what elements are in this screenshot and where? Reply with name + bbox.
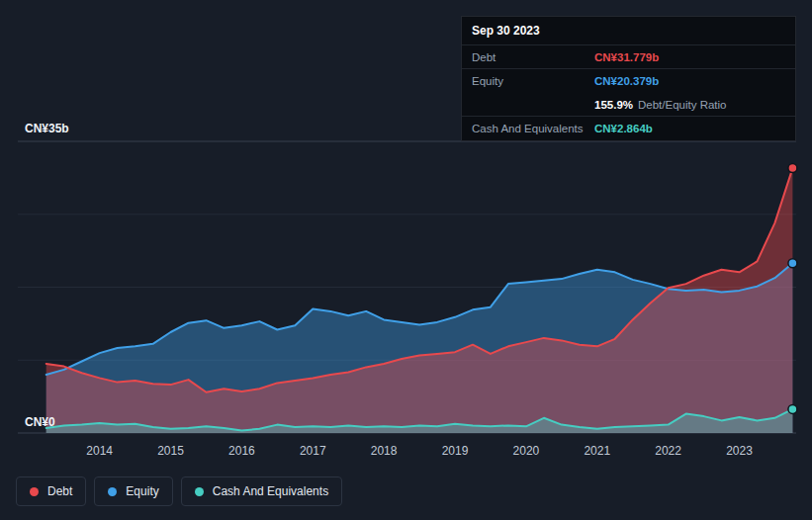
tooltip-ratio: 155.9%Debt/Equity Ratio: [594, 98, 785, 112]
chart-tooltip: Sep 30 2023 Debt CN¥31.779b Equity CN¥20…: [461, 16, 796, 141]
y-axis-label-max: CN¥35b: [25, 122, 69, 135]
legend-cash-label: Cash And Equivalents: [213, 484, 328, 498]
x-axis-labels: 2014201520162017201820192020202120222023: [0, 444, 812, 460]
legend-item-cash[interactable]: Cash And Equivalents: [181, 477, 342, 506]
legend: Debt Equity Cash And Equivalents: [16, 477, 342, 506]
tooltip-cash-value: CN¥2.864b: [594, 122, 785, 135]
x-axis-year-label: 2022: [655, 444, 681, 458]
tooltip-equity-row: Equity CN¥20.379b: [462, 69, 795, 92]
x-axis-year-label: 2018: [371, 444, 398, 458]
tooltip-debt-row: Debt CN¥31.779b: [462, 45, 795, 69]
tooltip-equity-label: Equity: [472, 74, 594, 88]
x-axis-year-label: 2023: [726, 444, 753, 458]
tooltip-cash-row: Cash And Equivalents CN¥2.864b: [462, 117, 795, 139]
x-axis-year-label: 2014: [86, 444, 113, 458]
x-axis-year-label: 2019: [442, 444, 469, 458]
area-debt: [46, 168, 793, 433]
cash-dot-icon: [195, 487, 204, 496]
endpoint-marker-debt[interactable]: [788, 164, 797, 173]
tooltip-date: Sep 30 2023: [462, 17, 795, 45]
tooltip-cash-label: Cash And Equivalents: [472, 122, 594, 135]
x-axis-year-label: 2016: [228, 444, 255, 458]
x-axis-year-label: 2020: [513, 444, 540, 458]
y-axis-label-zero: CN¥0: [25, 415, 55, 429]
legend-equity-label: Equity: [126, 484, 158, 498]
tooltip-debt-value: CN¥31.779b: [594, 50, 785, 64]
tooltip-debt-label: Debt: [472, 50, 594, 64]
legend-item-equity[interactable]: Equity: [94, 477, 172, 506]
debt-dot-icon: [30, 487, 39, 496]
tooltip-ratio-row: 155.9%Debt/Equity Ratio: [462, 93, 795, 117]
endpoint-marker-equity[interactable]: [788, 259, 797, 268]
legend-debt-label: Debt: [47, 484, 72, 498]
legend-item-debt[interactable]: Debt: [16, 477, 86, 506]
tooltip-ratio-label: Debt/Equity Ratio: [638, 99, 727, 111]
tooltip-ratio-value: 155.9%: [594, 99, 633, 111]
x-axis-year-label: 2017: [300, 444, 326, 458]
equity-dot-icon: [108, 487, 117, 496]
debt-equity-history-chart: CN¥35b CN¥0 2014201520162017201820192020…: [0, 0, 812, 520]
x-axis-year-label: 2021: [584, 444, 610, 458]
tooltip-equity-value: CN¥20.379b: [594, 74, 785, 88]
endpoint-marker-cash-and-equivalents[interactable]: [788, 404, 797, 413]
x-axis-year-label: 2015: [157, 444, 184, 458]
